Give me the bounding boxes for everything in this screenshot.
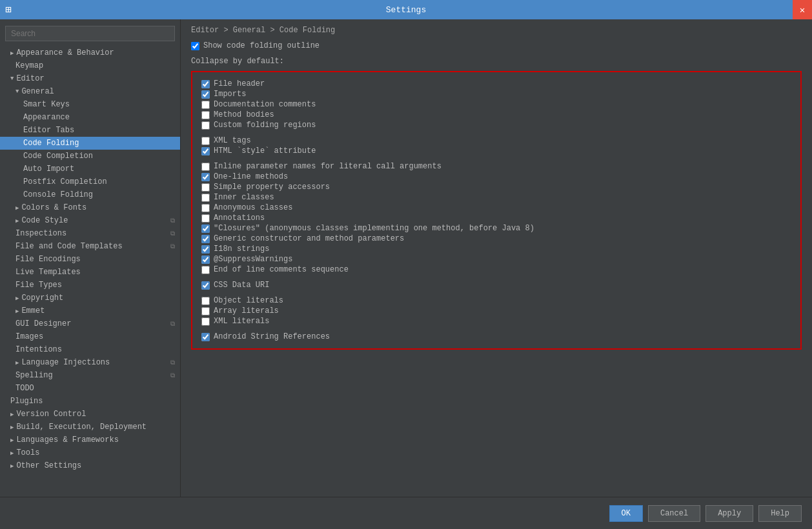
sidebar-label-file-types: File Types: [15, 281, 62, 290]
checkbox-row-annotations: Annotations: [201, 213, 791, 223]
titlebar: ⊞ Settings ✕: [0, 0, 812, 19]
sidebar-item-other-settings[interactable]: ▶Other Settings: [0, 459, 180, 472]
apply-button[interactable]: Apply: [705, 505, 753, 522]
copy-icon-inspections: ⧉: [170, 230, 175, 237]
ok-button[interactable]: OK: [609, 505, 643, 522]
sidebar-label-editor: Editor: [16, 74, 44, 83]
checkbox-xml-tags[interactable]: [201, 137, 210, 145]
checkbox-android-string[interactable]: [201, 333, 210, 341]
sidebar-item-language-injections[interactable]: ▶Language Injections⧉: [0, 356, 180, 369]
checkbox-file-header[interactable]: [201, 80, 210, 88]
sidebar-item-postfix-completion[interactable]: Postfix Completion: [0, 175, 180, 188]
separator-8: [201, 156, 791, 161]
sidebar-label-code-folding: Code Folding: [23, 139, 79, 148]
help-button[interactable]: Help: [758, 505, 802, 522]
checkbox-label-custom-folding: Custom folding regions: [214, 121, 316, 130]
checkbox-generic-constructor[interactable]: [201, 235, 210, 243]
sidebar-item-colors-fonts[interactable]: ▶Colors & Fonts: [0, 201, 180, 214]
checkbox-inner-classes[interactable]: [201, 194, 210, 202]
checkbox-i18n-strings[interactable]: [201, 245, 210, 254]
close-button[interactable]: ✕: [793, 0, 812, 19]
checkbox-row-custom-folding: Custom folding regions: [201, 120, 791, 130]
sidebar-item-intentions[interactable]: Intentions: [0, 343, 180, 356]
checkbox-label-end-of-line: End of line comments sequence: [214, 265, 349, 274]
checkbox-row-i18n-strings: I18n strings: [201, 244, 791, 254]
show-folding-row: Show code folding outline: [191, 41, 802, 50]
show-folding-checkbox[interactable]: [191, 42, 199, 50]
sidebar-item-copyright[interactable]: ▶Copyright: [0, 292, 180, 304]
sidebar-item-code-style[interactable]: ▶Code Style⧉: [0, 214, 180, 227]
sidebar-label-other-settings: Other Settings: [16, 461, 81, 470]
sidebar-item-file-types[interactable]: File Types: [0, 279, 180, 292]
sidebar-item-general[interactable]: ▼General: [0, 85, 180, 98]
checkbox-method-bodies[interactable]: [201, 111, 210, 119]
checkbox-annotations[interactable]: [201, 214, 210, 223]
checkbox-row-xml-literals: XML literals: [201, 316, 791, 326]
sidebar-item-console-folding[interactable]: Console Folding: [0, 188, 180, 201]
expand-arrow-build-execution: ▶: [10, 424, 14, 431]
sidebar-item-code-completion[interactable]: Code Completion: [0, 150, 180, 163]
copy-icon-language-injections: ⧉: [170, 359, 175, 366]
sidebar-label-version-control: Version Control: [16, 410, 86, 419]
checkbox-label-css-data-uri: CSS Data URI: [214, 281, 269, 290]
sidebar-label-intentions: Intentions: [15, 345, 62, 354]
checkbox-label-one-line-methods: One-line methods: [214, 172, 288, 181]
expand-arrow-version-control: ▶: [10, 411, 14, 418]
checkbox-array-literals[interactable]: [201, 307, 210, 315]
sidebar-label-images: Images: [15, 332, 43, 341]
cancel-button[interactable]: Cancel: [648, 505, 700, 522]
sidebar-item-emmet[interactable]: ▶Emmet: [0, 304, 180, 317]
sidebar-item-file-code-templates[interactable]: File and Code Templates⧉: [0, 240, 180, 253]
sidebar-item-spelling[interactable]: Spelling⧉: [0, 369, 180, 382]
checkbox-anonymous-classes[interactable]: [201, 204, 210, 212]
sidebar-item-appearance[interactable]: Appearance: [0, 111, 180, 124]
sidebar-item-auto-import[interactable]: Auto Import: [0, 163, 180, 175]
sidebar-item-languages-frameworks[interactable]: ▶Languages & Frameworks: [0, 434, 180, 446]
checkbox-one-line-methods[interactable]: [201, 173, 210, 181]
checkbox-label-inline-params: Inline parameter names for literal call …: [214, 162, 442, 171]
sidebar-item-images[interactable]: Images: [0, 330, 180, 343]
sidebar-label-code-completion: Code Completion: [23, 152, 93, 161]
sidebar-item-gui-designer[interactable]: GUI Designer⧉: [0, 317, 180, 330]
search-input[interactable]: [5, 26, 175, 41]
sidebar-label-appearance-behavior: Appearance & Behavior: [16, 48, 114, 57]
checkbox-xml-literals[interactable]: [201, 317, 210, 326]
checkbox-css-data-uri[interactable]: [201, 281, 210, 290]
sidebar-item-keymap[interactable]: Keymap: [0, 59, 180, 72]
checkbox-label-doc-comments: Documentation comments: [214, 100, 316, 109]
sidebar-item-inspections[interactable]: Inspections⧉: [0, 227, 180, 240]
sidebar-item-appearance-behavior[interactable]: ▶Appearance & Behavior: [0, 46, 180, 59]
checkbox-suppress-warnings[interactable]: [201, 255, 210, 264]
sidebar-label-colors-fonts: Colors & Fonts: [21, 203, 86, 212]
sidebar-item-live-templates[interactable]: Live Templates: [0, 266, 180, 279]
checkbox-row-inner-classes: Inner classes: [201, 192, 791, 203]
sidebar-nav: ▶Appearance & BehaviorKeymap▼Editor▼Gene…: [0, 46, 180, 472]
checkbox-row-end-of-line: End of line comments sequence: [201, 264, 791, 275]
checkbox-inline-params[interactable]: [201, 163, 210, 171]
checkbox-closures[interactable]: [201, 225, 210, 233]
sidebar-item-editor-tabs[interactable]: Editor Tabs: [0, 124, 180, 137]
sidebar-item-file-encodings[interactable]: File Encodings: [0, 253, 180, 266]
sidebar-item-version-control[interactable]: ▶Version Control: [0, 408, 180, 421]
sidebar-item-code-folding[interactable]: Code Folding: [0, 137, 180, 150]
sidebar-item-plugins[interactable]: Plugins: [0, 395, 180, 408]
checkbox-doc-comments[interactable]: [201, 101, 210, 109]
checkbox-label-array-literals: Array literals: [214, 306, 279, 315]
expand-arrow-emmet: ▶: [15, 308, 19, 315]
checkbox-imports[interactable]: [201, 90, 210, 99]
sidebar-item-tools[interactable]: ▶Tools: [0, 446, 180, 459]
checkbox-end-of-line[interactable]: [201, 266, 210, 274]
sidebar-item-todo[interactable]: TODO: [0, 382, 180, 395]
checkbox-object-literals[interactable]: [201, 297, 210, 305]
checkbox-simple-property[interactable]: [201, 183, 210, 192]
checkbox-label-xml-tags: XML tags: [214, 136, 251, 145]
checkbox-row-one-line-methods: One-line methods: [201, 172, 791, 182]
sidebar-item-build-execution[interactable]: ▶Build, Execution, Deployment: [0, 421, 180, 434]
expand-arrow-code-style: ▶: [15, 217, 19, 225]
checkbox-custom-folding[interactable]: [201, 121, 210, 130]
checkbox-html-style[interactable]: [201, 147, 210, 155]
sidebar-item-smart-keys[interactable]: Smart Keys: [0, 98, 180, 111]
sidebar-item-editor[interactable]: ▼Editor: [0, 72, 180, 85]
expand-arrow-appearance-behavior: ▶: [10, 50, 14, 57]
checkbox-row-css-data-uri: CSS Data URI: [201, 280, 791, 290]
